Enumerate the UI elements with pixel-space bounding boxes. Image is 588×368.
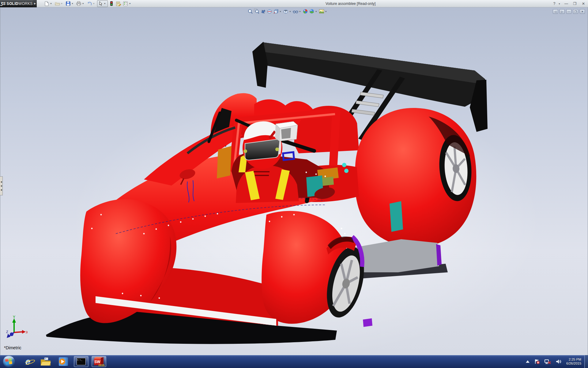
help-button[interactable]: ?: [552, 2, 557, 6]
open-button[interactable]: ▼: [54, 0, 64, 7]
hide-show-items-button[interactable]: ▼: [293, 9, 302, 14]
options-checklist-icon: [123, 1, 128, 6]
print-button[interactable]: ▼: [76, 0, 86, 7]
display-style-icon: [283, 9, 288, 14]
previous-view-button[interactable]: [260, 9, 266, 14]
window-controls: ? ▼ — ❐ ✕: [552, 0, 586, 7]
minimize-button[interactable]: —: [564, 2, 569, 6]
doc-restore-button[interactable]: ❐: [573, 9, 578, 14]
select-dropdown-arrow[interactable]: ▼: [104, 2, 106, 5]
document-window-controls: ◁ ▷ — ❐ ✕: [553, 9, 585, 14]
zoom-fit-icon: [247, 9, 253, 14]
apply-scene-dropdown[interactable]: ▼: [315, 10, 317, 13]
help-dropdown-arrow[interactable]: ▼: [558, 3, 560, 5]
undo-dropdown-arrow[interactable]: ▼: [93, 2, 95, 5]
race-car-model[interactable]: [0, 7, 588, 355]
taskbar-media-player[interactable]: [57, 356, 70, 367]
restore-button[interactable]: ❐: [572, 2, 578, 6]
front-bodywork[interactable]: [80, 126, 349, 326]
options-button[interactable]: ▼: [123, 0, 133, 7]
view-orientation-button[interactable]: ▼: [273, 9, 282, 14]
section-view-icon: [267, 9, 272, 14]
window-title: Voiture assomblee [Read-only]: [326, 2, 375, 6]
display-style-button[interactable]: ▼: [283, 9, 292, 14]
save-dropdown-arrow[interactable]: ▼: [71, 2, 74, 5]
select-cursor-icon: [98, 1, 103, 6]
feature-panel-splitter-tab[interactable]: ◀ ◀ ◀: [0, 176, 3, 195]
new-document-icon: [44, 1, 49, 6]
zoom-to-fit-button[interactable]: [247, 9, 253, 14]
interior-panel-olive: [322, 177, 334, 186]
headsup-view-toolbar: ▼ ▼ ▼ ▼ ▼: [247, 9, 328, 14]
splitter-arrow-icon: ◀: [1, 189, 2, 191]
solidworks-app: { "titlebar": { "brand_glyph": "ƷS", "br…: [0, 0, 588, 368]
apply-scene-button[interactable]: ▼: [309, 9, 318, 14]
doc-minimize-button[interactable]: —: [566, 9, 571, 14]
graphics-viewport[interactable]: ▼ ▼ ▼ ▼ ▼ ◁ ▷ — ❐ ✕ ◀ ◀ ◀: [0, 7, 588, 355]
edit-appearance-button[interactable]: [303, 9, 308, 14]
command-prompt-icon: C:\_: [77, 358, 86, 365]
clock-date: 6/26/2015: [566, 362, 581, 366]
triad-x-label: X: [26, 330, 28, 335]
windows-taskbar: e C:\_ SW 2015: [0, 355, 588, 368]
network-status-icon[interactable]: [545, 359, 551, 364]
folder-icon: [40, 357, 51, 366]
pane-collapse-left-button[interactable]: ◁: [553, 9, 558, 14]
undo-button[interactable]: ▼: [86, 0, 96, 7]
taskbar-internet-explorer[interactable]: e: [22, 356, 34, 367]
traffic-light-icon: [109, 1, 114, 6]
printer-icon: [76, 1, 81, 6]
close-button[interactable]: ✕: [581, 2, 586, 6]
start-button[interactable]: [3, 356, 15, 367]
titlebar: ƷS SOLIDWORKS ▶ ▼ ▼ ▼ ▼ ▼: [0, 0, 588, 7]
view-settings-icon: [319, 9, 324, 14]
zoom-to-area-button[interactable]: [254, 9, 259, 14]
options-dropdown-arrow[interactable]: ▼: [129, 2, 131, 5]
print-dropdown-arrow[interactable]: ▼: [82, 2, 84, 5]
cyan-knob-2: [344, 169, 349, 173]
internet-explorer-icon: e: [25, 357, 30, 367]
solidworks-logo: ƷS SOLIDWORKS: [0, 0, 33, 7]
view-orientation-dropdown[interactable]: ▼: [279, 10, 281, 13]
file-properties-icon: [116, 1, 121, 6]
save-button[interactable]: ▼: [65, 0, 75, 7]
rebuild-button[interactable]: [108, 0, 115, 7]
undo-arrow-icon: [87, 1, 92, 6]
previous-view-icon: [260, 9, 266, 14]
view-settings-button[interactable]: ▼: [319, 9, 328, 14]
splitter-arrow-icon: ◀: [1, 185, 2, 187]
taskbar-windows-explorer[interactable]: [40, 356, 52, 367]
show-desktop-button[interactable]: [584, 355, 588, 368]
section-view-button[interactable]: [267, 9, 272, 14]
view-settings-dropdown[interactable]: ▼: [325, 10, 327, 13]
save-floppy-icon: [66, 1, 71, 6]
action-center-flag-icon[interactable]: [534, 359, 540, 364]
appearance-sphere-icon: [303, 9, 308, 14]
cyan-knob-1: [342, 163, 346, 167]
scene-sphere-icon: [309, 9, 315, 14]
rocker-panel-gray: [356, 239, 439, 272]
display-style-dropdown[interactable]: ▼: [289, 10, 291, 13]
doc-close-button[interactable]: ✕: [580, 9, 585, 14]
brand-solid: SOLID: [7, 2, 18, 6]
show-hidden-icons-button[interactable]: [526, 360, 530, 363]
file-properties-button[interactable]: [115, 0, 122, 7]
new-dropdown-arrow[interactable]: ▼: [50, 2, 52, 5]
taskbar-solidworks[interactable]: SW 2015: [92, 356, 106, 367]
menu-flyout-arrow-icon[interactable]: ▶: [33, 0, 37, 7]
select-button[interactable]: ▼: [97, 0, 108, 7]
zoom-area-icon: [254, 9, 259, 14]
taskbar-clock[interactable]: 2:25 PM 6/26/2015: [566, 358, 581, 366]
side-duct-teal: [390, 201, 403, 232]
new-button[interactable]: ▼: [43, 0, 54, 7]
interior-panel-orange-left: [217, 146, 232, 178]
hide-show-dropdown[interactable]: ▼: [299, 10, 301, 13]
solidworks-logo-glyph: ƷS: [0, 1, 6, 6]
lower-purple-sliver: [363, 318, 372, 327]
splitter-arrow-icon: ◀: [1, 181, 2, 183]
pane-collapse-right-button[interactable]: ▷: [560, 9, 565, 14]
taskbar-command-prompt[interactable]: C:\_: [74, 356, 89, 367]
solidworks-2015-icon: SW 2015: [94, 357, 104, 366]
volume-icon[interactable]: [556, 359, 562, 364]
open-dropdown-arrow[interactable]: ▼: [61, 2, 63, 5]
